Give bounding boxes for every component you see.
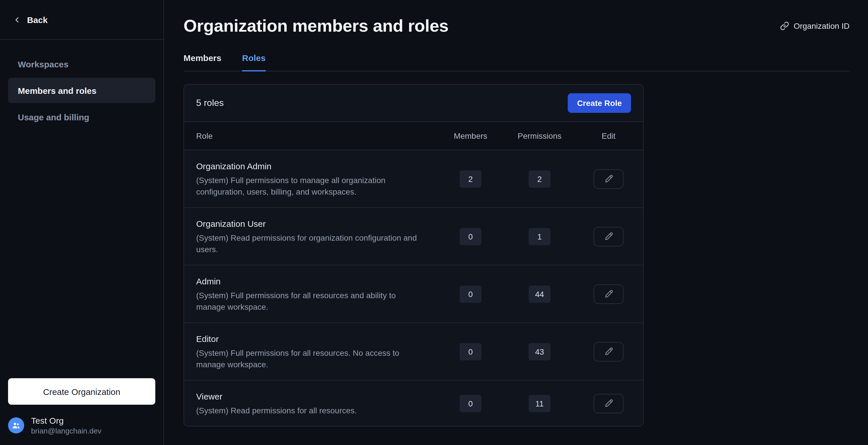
role-description: (System) Full permissions for all resour… [196,347,422,370]
column-header-permissions: Permissions [518,131,562,141]
sidebar-item-usage-and-billing[interactable]: Usage and billing [8,104,155,129]
role-name: Organization Admin [196,160,422,172]
roles-card: 5 roles Create Role Role Members Permiss… [184,84,644,426]
edit-role-button[interactable] [594,169,623,188]
permissions-count-badge: 1 [529,228,551,245]
pencil-icon [604,347,613,356]
sidebar-item-workspaces[interactable]: Workspaces [8,51,155,77]
back-button[interactable]: Back [0,0,163,40]
chevron-left-icon [13,15,21,24]
avatar [8,417,24,434]
create-organization-button[interactable]: Create Organization [8,378,155,405]
account-name: Test Org [31,415,101,426]
members-count-badge: 0 [460,285,482,302]
members-count-badge: 0 [460,343,482,360]
sidebar-nav: Workspaces Members and roles Usage and b… [0,40,163,129]
column-header-edit: Edit [602,131,616,141]
role-cell: Viewer (System) Read permissions for all… [184,390,436,416]
organization-id-link[interactable]: Organization ID [780,21,849,31]
role-cell: Admin (System) Full permissions for all … [184,275,436,313]
table-row: Viewer (System) Read permissions for all… [184,380,643,426]
role-cell: Organization Admin (System) Full permiss… [184,160,436,198]
edit-role-button[interactable] [594,393,623,413]
tab-members[interactable]: Members [184,53,221,71]
role-description: (System) Full permissions to manage all … [196,174,422,198]
sidebar-item-label: Workspaces [18,59,68,69]
tab-bar: Members Roles [184,53,849,71]
edit-role-button[interactable] [594,284,623,304]
role-name: Admin [196,275,422,287]
column-header-members: Members [454,131,488,141]
role-cell: Editor (System) Full permissions for all… [184,333,436,370]
table-row: Admin (System) Full permissions for all … [184,265,643,322]
members-count-badge: 2 [460,170,482,187]
sidebar-item-label: Usage and billing [18,112,89,122]
sidebar-item-label: Members and roles [18,86,96,95]
organization-id-label: Organization ID [794,21,849,31]
page-title: Organization members and roles [184,16,449,36]
column-header-role: Role [184,131,436,141]
table-row: Organization Admin (System) Full permiss… [184,150,643,207]
permissions-count-badge: 43 [529,343,551,360]
back-label: Back [27,15,48,25]
main-header: Organization members and roles Organizat… [184,16,849,36]
main-content: Organization members and roles Organizat… [164,0,868,445]
table-row: Organization User (System) Read permissi… [184,207,643,265]
account-email: brian@langchain.dev [31,426,101,436]
pencil-icon [604,174,613,183]
pencil-icon [604,232,613,241]
people-icon [11,421,21,430]
roles-table-body: Organization Admin (System) Full permiss… [184,150,643,426]
role-description: (System) Read permissions for organizati… [196,232,422,255]
role-name: Viewer [196,390,422,403]
permissions-count-badge: 11 [529,395,551,412]
members-count-badge: 0 [460,395,482,412]
role-name: Organization User [196,217,422,230]
permissions-count-badge: 2 [529,170,551,187]
role-description: (System) Full permissions for all resour… [196,290,422,313]
role-description: (System) Read permissions for all resour… [196,405,422,416]
roles-count: 5 roles [196,98,224,108]
role-cell: Organization User (System) Read permissi… [184,217,436,255]
pencil-icon [604,399,613,408]
members-count-badge: 0 [460,228,482,245]
roles-card-header: 5 roles Create Role [184,85,643,121]
sidebar-spacer [0,129,163,378]
link-icon [780,21,789,31]
create-role-button[interactable]: Create Role [568,93,631,113]
roles-table-header: Role Members Permissions Edit [184,121,643,150]
edit-role-button[interactable] [594,227,623,246]
sidebar: Back Workspaces Members and roles Usage … [0,0,164,445]
sidebar-item-members-and-roles[interactable]: Members and roles [8,78,155,103]
tab-roles[interactable]: Roles [242,53,266,71]
pencil-icon [604,290,613,298]
account-menu[interactable]: Test Org brian@langchain.dev [0,415,163,445]
table-row: Editor (System) Full permissions for all… [184,322,643,380]
permissions-count-badge: 44 [529,285,551,302]
role-name: Editor [196,333,422,345]
edit-role-button[interactable] [594,342,623,361]
